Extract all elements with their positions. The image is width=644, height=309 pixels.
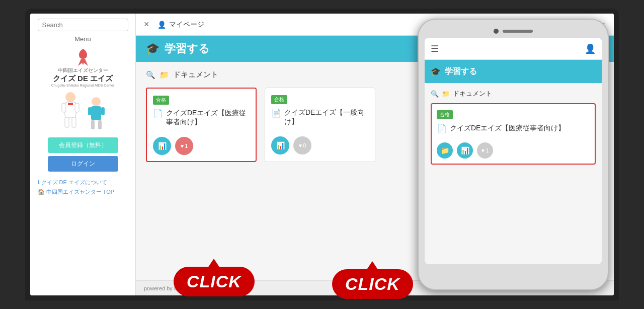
phone-doc-header: 🔍 📁 ドキュメント <box>431 89 596 98</box>
svg-rect-6 <box>75 103 79 112</box>
phone-camera <box>494 29 499 34</box>
phone-search-icon: 🔍 <box>431 90 439 98</box>
phone-chart-btn[interactable]: 📊 <box>457 142 473 159</box>
card-2-actions: 📊 ♥ 0 <box>271 136 369 154</box>
like-btn-2[interactable]: ♥ 0 <box>293 136 311 154</box>
click-label-left: CLICK <box>174 267 255 296</box>
logo-text-brand: クイズ DE エイズ <box>53 74 113 84</box>
logo-area: 中四国エイズセンター クイズ DE エイズ Chugoku-Shikoku Re… <box>51 48 115 87</box>
phone-notch <box>425 29 602 34</box>
phone-folder-icon: 📁 <box>442 90 450 98</box>
like-count-1: 1 <box>185 143 188 149</box>
phone-card[interactable]: 合格 📄 クイズDEエイズ【医療従事者向け】 📁 📊 ♥ 1 <box>431 103 596 165</box>
badge-pass-2: 合格 <box>271 95 287 104</box>
like-btn-1[interactable]: ♥ 1 <box>175 137 193 155</box>
phone-like-count: 1 <box>486 147 489 153</box>
search-icon: 🔍 <box>146 70 155 80</box>
svg-point-0 <box>65 92 75 102</box>
phone-menu-icon[interactable]: ☰ <box>431 43 439 54</box>
click-label-right: CLICK <box>332 269 413 299</box>
phone-like-btn[interactable]: ♥ 1 <box>477 142 493 159</box>
ribbon-icon <box>75 48 91 67</box>
card-2[interactable]: 合格 📄 クイズDEエイズ【一般向け】 📊 ♥ 0 <box>265 88 375 162</box>
svg-point-7 <box>92 97 101 106</box>
phone-heart-icon: ♥ <box>481 147 485 153</box>
mypage-label: マイページ <box>169 20 204 29</box>
sidebar-link-top[interactable]: 🏠 中四国エイズセンター TOP <box>38 188 128 196</box>
heart-icon-2: ♥ <box>299 142 302 148</box>
svg-rect-3 <box>65 117 69 127</box>
phone-topbar: ☰ 👤 <box>425 38 602 60</box>
svg-rect-5 <box>62 103 66 112</box>
phone: ☰ 👤 🎓 学習する 🔍 📁 ドキュメント <box>418 19 609 290</box>
card-2-title: 📄 クイズDEエイズ【一般向け】 <box>271 108 369 126</box>
search-input[interactable] <box>38 19 128 31</box>
mypage-nav[interactable]: 👤 マイページ <box>157 20 204 29</box>
phone-card-title: 📄 クイズDEエイズ【医療従事者向け】 <box>437 123 590 134</box>
home-icon: 🏠 <box>38 189 45 195</box>
phone-screen: ☰ 👤 🎓 学習する 🔍 📁 ドキュメント <box>425 38 602 264</box>
logo-text-sub: Chugoku-Shikoku Regional AIDS Center <box>51 84 115 87</box>
badge-pass-1: 合格 <box>153 96 169 105</box>
user-icon: 👤 <box>157 21 166 29</box>
phone-section-title: 学習する <box>445 66 477 77</box>
phone-folder-btn[interactable]: 📁 <box>437 142 453 159</box>
section-title: 学習する <box>165 41 210 56</box>
login-button[interactable]: ログイン <box>48 156 118 172</box>
chart-btn-1[interactable]: 📊 <box>153 137 171 155</box>
folder-icon: 📁 <box>159 70 169 80</box>
close-button[interactable]: × <box>144 19 149 30</box>
heart-icon-1: ♥ <box>181 143 184 149</box>
svg-rect-2 <box>68 103 73 105</box>
phone-section-header: 🎓 学習する <box>425 60 602 83</box>
logo-text-main: 中四国エイズセンター <box>58 67 108 74</box>
doc-icon-2: 📄 <box>271 108 281 118</box>
card-1-actions: 📊 ♥ 1 <box>153 137 250 155</box>
phone-doc-icon: 📄 <box>437 123 447 134</box>
svg-rect-10 <box>98 120 102 129</box>
phone-card-actions: 📁 📊 ♥ 1 <box>437 142 590 159</box>
card-1[interactable]: 合格 📄 クイズDEエイズ【医療従事者向け】 📊 ♥ 1 <box>146 88 257 162</box>
doc-icon-1: 📄 <box>153 109 163 118</box>
card-1-title: 📄 クイズDEエイズ【医療従事者向け】 <box>153 109 250 127</box>
register-button[interactable]: 会員登録（無料） <box>48 137 118 153</box>
like-count-2: 0 <box>303 142 306 148</box>
svg-rect-9 <box>91 120 95 129</box>
svg-rect-8 <box>91 106 101 120</box>
sidebar-link-about[interactable]: ℹ クイズ DE エイズについて <box>38 179 128 186</box>
svg-rect-12 <box>101 107 105 115</box>
sidebar: Menu 中四国エイズセンター クイズ DE エイズ Chugoku-Shiko… <box>30 14 136 295</box>
svg-rect-4 <box>72 117 76 127</box>
doc-header-label: ドキュメント <box>173 70 218 80</box>
monitor: Menu 中四国エイズセンター クイズ DE エイズ Chugoku-Shiko… <box>25 9 619 300</box>
monitor-screen: Menu 中四国エイズセンター クイズ DE エイズ Chugoku-Shiko… <box>30 14 614 295</box>
phone-doc-label: ドキュメント <box>453 89 492 98</box>
mascot-image <box>53 91 113 131</box>
info-icon: ℹ <box>38 179 40 185</box>
graduation-icon: 🎓 <box>146 42 159 55</box>
phone-badge-pass: 合格 <box>437 110 453 119</box>
phone-content: 🔍 📁 ドキュメント 合格 📄 クイズDEエイズ【医療従事者向け】 <box>425 83 602 264</box>
chart-btn-2[interactable]: 📊 <box>271 136 289 154</box>
phone-graduation-icon: 🎓 <box>431 67 441 76</box>
phone-speaker <box>503 30 533 33</box>
phone-topbar-user-icon[interactable]: 👤 <box>585 43 596 54</box>
svg-rect-11 <box>88 107 92 115</box>
menu-label: Menu <box>74 35 91 43</box>
